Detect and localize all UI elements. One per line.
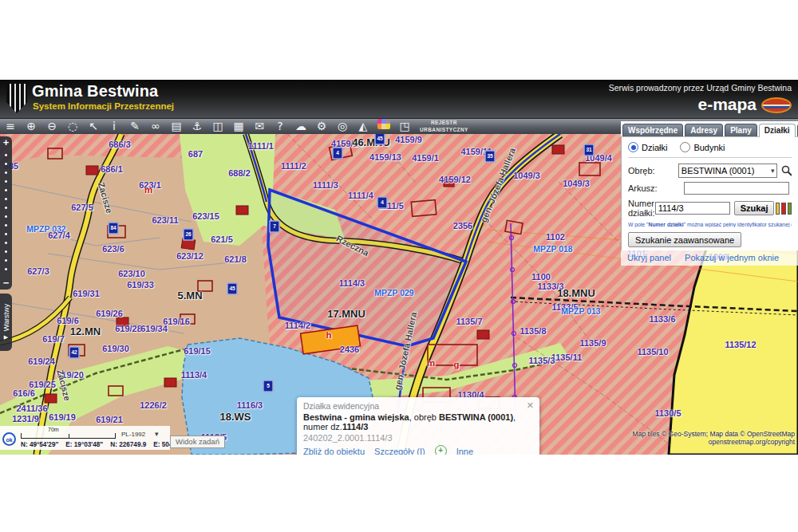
address-marker[interactable]: 4 xyxy=(333,148,343,160)
parcel-label: 627/3 xyxy=(27,266,49,276)
select-area-icon[interactable]: ◌ xyxy=(62,119,83,134)
parcel-label: 1135/11 xyxy=(551,353,583,362)
radio-dot-icon xyxy=(628,142,638,152)
parcel-label: 1135/3 xyxy=(528,356,555,365)
hide-panel-link[interactable]: Ukryj panel xyxy=(627,253,671,262)
popup-mid1: , obręb xyxy=(409,412,439,422)
zoom-slider[interactable] xyxy=(0,151,12,275)
advanced-search-button[interactable]: Szukanie zaawansowane xyxy=(628,232,741,247)
parcel-label: g xyxy=(453,360,459,369)
parcel-label: 619/31 xyxy=(73,289,100,298)
zoom-out-button[interactable]: − xyxy=(3,277,10,290)
scale-label: 70m xyxy=(48,427,59,432)
help-icon[interactable]: ? xyxy=(270,119,290,134)
anchor-icon[interactable]: ⚓ xyxy=(187,119,207,134)
tab-adresy[interactable]: Adresy xyxy=(685,124,723,136)
panel-links: Ukryj panel Pokazuj w jednym oknie xyxy=(621,250,798,266)
address-marker[interactable]: 5 xyxy=(263,380,274,392)
parcel-label: 686/3 xyxy=(109,140,131,149)
cloud-icon[interactable]: ☁ xyxy=(290,119,311,134)
crs-dropdown-chevron-icon[interactable]: ▾ xyxy=(155,430,159,438)
measure-icon[interactable]: ✎ xyxy=(124,119,145,134)
pointer-icon[interactable]: ↖ xyxy=(83,119,104,134)
other-link[interactable]: Inne xyxy=(456,447,473,455)
parcel-label: h xyxy=(326,330,331,340)
register-line1: REJESTR xyxy=(431,120,457,125)
attribution-line2: openstreetmap.org/copyright xyxy=(633,438,795,446)
obreb-select[interactable]: BESTWINA (0001) ▾ xyxy=(678,164,778,178)
hint-post: " można wpisać pełny identyfikator szuka… xyxy=(684,222,792,227)
address-marker[interactable]: 42 xyxy=(69,347,80,359)
address-marker[interactable]: 26 xyxy=(184,229,194,241)
compass-icon[interactable]: ◭ xyxy=(353,119,373,134)
layout-icon[interactable]: ▦ xyxy=(228,119,249,134)
address-marker[interactable]: 4 xyxy=(377,197,388,209)
draw-icon[interactable]: ◳ xyxy=(394,119,415,134)
address-marker[interactable]: 45 xyxy=(375,134,385,145)
parcel-label: 1133/6 xyxy=(649,314,675,324)
windows-icon[interactable]: ◫ xyxy=(207,119,228,134)
zoom-in-button[interactable]: + xyxy=(3,136,10,149)
hint-pre: W pole " xyxy=(628,222,648,227)
address-marker[interactable]: 31 xyxy=(584,144,595,156)
parcel-label: 688/2 xyxy=(228,168,251,178)
app-window: Gmina Bestwina System Informacji Przestr… xyxy=(0,80,798,455)
legend-icon[interactable] xyxy=(377,119,390,129)
zoom-in-icon[interactable]: ⊕ xyxy=(21,119,41,134)
radio-dzialki[interactable]: Działki xyxy=(628,142,667,152)
parcel-label: 627/5 xyxy=(71,203,93,212)
separator xyxy=(628,157,792,158)
tab-dzialki[interactable]: Działki xyxy=(759,124,796,137)
search-icon[interactable] xyxy=(781,165,792,176)
crs-label: PL-1992 xyxy=(121,431,145,438)
tab-wspolrzedne[interactable]: Współrzędne xyxy=(622,124,683,136)
register-line2: URBANISTYCZNY xyxy=(420,127,468,132)
layers-icon[interactable]: ≡ xyxy=(0,119,21,134)
arkusz-label: Arkusz: xyxy=(628,183,684,193)
address-marker[interactable]: 45 xyxy=(227,283,238,295)
parcel-label: 623/12 xyxy=(176,251,203,261)
address-marker[interactable]: 84 xyxy=(109,223,119,234)
single-window-link[interactable]: Pokazuj w jednym oknie xyxy=(685,253,779,262)
print-icon[interactable]: ▤ xyxy=(166,119,187,134)
info-icon[interactable]: i xyxy=(104,119,124,134)
parcel-label: 2411/36 xyxy=(16,404,47,413)
parcel-label: 1111/4 xyxy=(348,191,373,200)
arkusz-input[interactable] xyxy=(684,182,789,195)
plus-circle-icon[interactable]: + xyxy=(435,445,447,455)
parcel-label: 619/30 xyxy=(102,344,129,353)
numer-dzialki-input[interactable] xyxy=(655,202,730,215)
geosystem-logo-icon xyxy=(761,97,792,113)
search-icon[interactable]: ◎ xyxy=(332,119,353,134)
settings-icon[interactable]: ⚙ xyxy=(311,119,332,134)
coord-e-dms: E: 19°03'48" xyxy=(65,441,103,448)
tab-plany[interactable]: Plany xyxy=(725,124,757,136)
details-link[interactable]: Szczegóły (I) xyxy=(374,447,425,455)
parcel-label: 619/19 xyxy=(49,412,76,422)
panel-tabs: Współrzędne Adresy Plany Działki Obiekty… xyxy=(621,121,798,137)
layers-panel-tab[interactable]: Warstwy ▶ xyxy=(0,294,12,351)
address-marker[interactable]: 35 xyxy=(485,151,496,163)
parcel-label: 1102 xyxy=(546,232,565,242)
zoom-out-icon[interactable]: ⊖ xyxy=(41,119,62,134)
close-icon[interactable]: ✕ xyxy=(527,400,534,411)
link-icon[interactable]: ∞ xyxy=(145,119,166,134)
ok-button[interactable]: ok xyxy=(2,432,16,446)
address-marker[interactable]: 7 xyxy=(270,221,280,233)
parcel-label: 1113/4 xyxy=(181,370,207,380)
parcel-label: 619/15 xyxy=(184,346,211,356)
obreb-selected-value: BESTWINA (0001) xyxy=(681,166,755,175)
panel-body: Działki Budynki Obręb: BESTWINA (0001) ▾ xyxy=(621,137,798,250)
parcel-label: 686/1 xyxy=(101,164,123,174)
parcel-label: 687 xyxy=(188,149,203,159)
parcel-label: 619/26 xyxy=(96,309,123,318)
search-hint: W pole "Numer działki" można wpisać pełn… xyxy=(628,222,792,227)
radio-budynki[interactable]: Budynki xyxy=(680,142,725,152)
comment-icon[interactable]: ✉ xyxy=(249,119,270,134)
popup-kind-label: Działka ewidencyjna xyxy=(303,401,533,411)
zoom-to-object-link[interactable]: Zbliż do obiektu xyxy=(303,447,365,455)
szukaj-button[interactable]: Szukaj xyxy=(734,201,775,215)
popup-obreb: BESTWINA (0001) xyxy=(439,412,513,422)
hint-bold: Numer działki xyxy=(648,222,683,227)
register-urbanistyczny-button[interactable]: REJESTR URBANISTYCZNY xyxy=(420,120,468,132)
